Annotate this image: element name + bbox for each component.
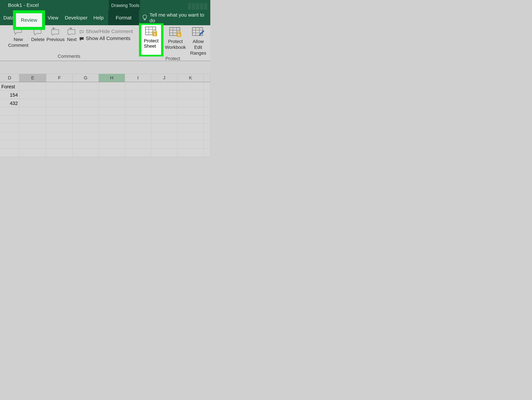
cell[interactable] <box>19 91 46 99</box>
cell[interactable] <box>177 82 204 91</box>
cell[interactable] <box>19 107 46 115</box>
next-comment-button[interactable]: Next <box>65 27 78 42</box>
cell[interactable] <box>73 115 99 124</box>
cell[interactable] <box>73 91 99 99</box>
cell[interactable] <box>204 82 210 91</box>
column-header-partial[interactable] <box>204 74 210 82</box>
cell-d1[interactable]: Forest <box>0 82 19 91</box>
cell[interactable] <box>177 140 204 149</box>
cell[interactable] <box>151 115 177 124</box>
cell[interactable] <box>73 82 99 91</box>
previous-comment-button[interactable]: Previous <box>46 27 65 42</box>
cell[interactable] <box>125 91 151 99</box>
column-header-f[interactable]: F <box>46 74 73 82</box>
cell[interactable] <box>99 149 125 157</box>
cell[interactable] <box>99 132 125 140</box>
cell[interactable] <box>177 149 204 157</box>
cell[interactable] <box>0 124 19 132</box>
cell[interactable] <box>177 124 204 132</box>
cell[interactable] <box>204 107 210 115</box>
cell[interactable] <box>204 124 210 132</box>
cell[interactable] <box>151 99 177 107</box>
cell[interactable] <box>0 107 19 115</box>
cell[interactable] <box>99 107 125 115</box>
cell[interactable] <box>99 115 125 124</box>
show-all-comments-button[interactable]: Show All Comments <box>79 36 133 41</box>
cell[interactable] <box>177 99 204 107</box>
cell[interactable] <box>46 140 73 149</box>
cell[interactable] <box>0 149 19 157</box>
cell[interactable] <box>204 140 210 149</box>
cell[interactable] <box>46 149 73 157</box>
cell[interactable] <box>177 132 204 140</box>
cell-d3[interactable]: 432 <box>0 99 19 107</box>
tab-view[interactable]: View <box>45 10 62 25</box>
tell-me-search[interactable]: Tell me what you want to do <box>142 12 210 23</box>
cell[interactable] <box>99 140 125 149</box>
cell[interactable] <box>46 107 73 115</box>
cell[interactable] <box>151 140 177 149</box>
column-header-g[interactable]: G <box>73 74 99 82</box>
cell[interactable] <box>204 115 210 124</box>
cell[interactable] <box>19 140 46 149</box>
protect-workbook-button[interactable]: ProtectWorkbook <box>164 27 187 50</box>
cell[interactable] <box>125 115 151 124</box>
cell[interactable] <box>0 140 19 149</box>
cell[interactable] <box>125 107 151 115</box>
cell[interactable] <box>99 91 125 99</box>
cell[interactable] <box>204 91 210 99</box>
cell[interactable] <box>19 132 46 140</box>
cell[interactable] <box>46 99 73 107</box>
show-hide-comment-button[interactable]: Show/Hide Comment <box>79 29 133 34</box>
cell[interactable] <box>46 132 73 140</box>
cell[interactable] <box>151 149 177 157</box>
cell[interactable] <box>19 82 46 91</box>
cell[interactable] <box>151 91 177 99</box>
cell[interactable] <box>177 115 204 124</box>
cell[interactable] <box>99 82 125 91</box>
cell[interactable] <box>177 91 204 99</box>
tab-format[interactable]: Format <box>108 10 139 25</box>
cell[interactable] <box>19 99 46 107</box>
protect-sheet-button[interactable]: ProtectSheet <box>141 25 161 55</box>
cell[interactable] <box>125 140 151 149</box>
cell[interactable] <box>204 132 210 140</box>
cell[interactable] <box>151 124 177 132</box>
cell[interactable] <box>125 149 151 157</box>
cell[interactable] <box>99 124 125 132</box>
tab-data[interactable]: Data <box>0 10 13 25</box>
column-header-h[interactable]: H <box>99 74 125 82</box>
cell[interactable] <box>204 99 210 107</box>
cell[interactable] <box>177 107 204 115</box>
cell[interactable] <box>73 132 99 140</box>
cell-d2[interactable]: 154 <box>0 91 19 99</box>
cell[interactable] <box>19 115 46 124</box>
cell[interactable] <box>73 124 99 132</box>
cell[interactable] <box>125 82 151 91</box>
cell[interactable] <box>151 132 177 140</box>
cell[interactable] <box>46 115 73 124</box>
cell[interactable] <box>204 149 210 157</box>
cell[interactable] <box>73 107 99 115</box>
column-header-j[interactable]: J <box>151 74 177 82</box>
cell[interactable] <box>151 82 177 91</box>
cell[interactable] <box>125 132 151 140</box>
column-header-e[interactable]: E <box>19 74 46 82</box>
tab-developer[interactable]: Developer <box>62 10 90 25</box>
cell[interactable] <box>73 140 99 149</box>
cell[interactable] <box>125 99 151 107</box>
cell[interactable] <box>19 149 46 157</box>
cell[interactable] <box>73 149 99 157</box>
column-header-i[interactable]: I <box>125 74 151 82</box>
allow-edit-ranges-button[interactable]: Allow EditRanges <box>187 27 210 56</box>
column-header-d[interactable]: D <box>0 74 19 82</box>
tab-review[interactable]: Review <box>16 13 42 27</box>
column-header-k[interactable]: K <box>177 74 204 82</box>
cell[interactable] <box>151 107 177 115</box>
cell[interactable] <box>0 132 19 140</box>
cell[interactable] <box>99 99 125 107</box>
new-comment-button[interactable]: NewComment <box>7 27 30 48</box>
cell[interactable] <box>19 124 46 132</box>
cell[interactable] <box>46 124 73 132</box>
tab-help[interactable]: Help <box>90 10 108 25</box>
